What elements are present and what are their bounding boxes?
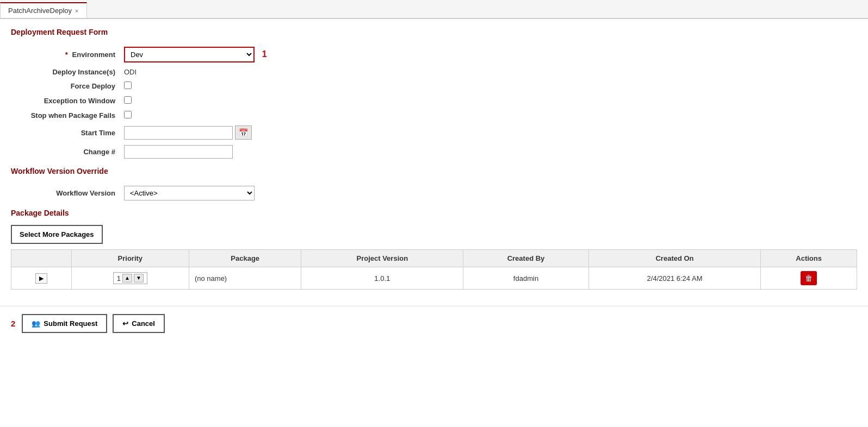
packages-table: Priority Package Project Version Created…	[11, 249, 857, 290]
packages-table-body: ▶ 1 ▲ ▼ (no name) 1.0.1	[11, 267, 857, 290]
cancel-label: Cancel	[132, 319, 155, 328]
start-time-label: Start Time	[11, 123, 120, 142]
annotation-2: 2	[11, 319, 15, 328]
col-actions: Actions	[761, 250, 857, 267]
environment-row: * Environment Dev QA Staging Prod 1	[11, 44, 857, 65]
change-num-label: Change #	[11, 142, 120, 161]
submit-icon: 👥	[32, 319, 40, 328]
start-time-row: Start Time 📅	[11, 123, 857, 142]
row-project-version-cell: 1.0.1	[301, 267, 463, 290]
force-deploy-label: Force Deploy	[11, 79, 120, 93]
col-expander	[11, 250, 72, 267]
tab-label: PatchArchiveDeploy	[8, 7, 72, 15]
annotation-1: 1	[262, 49, 267, 59]
environment-select[interactable]: Dev QA Staging Prod	[124, 47, 255, 62]
workflow-title: Workflow Version Override	[11, 167, 857, 175]
cancel-icon: ↩	[122, 319, 128, 328]
deploy-instances-row: Deploy Instance(s) ODI	[11, 65, 857, 79]
change-num-row: Change #	[11, 142, 857, 161]
package-details-title: Package Details	[11, 209, 857, 217]
exception-window-cell	[120, 93, 857, 108]
packages-header-row: Priority Package Project Version Created…	[11, 250, 857, 267]
start-time-wrap: 📅	[124, 125, 853, 140]
stop-on-fail-checkbox[interactable]	[124, 111, 132, 118]
workflow-version-cell: <Active> 1.0 2.0	[120, 183, 857, 203]
col-created-by: Created By	[463, 250, 589, 267]
tab-patch-archive-deploy[interactable]: PatchArchiveDeploy ×	[0, 2, 87, 18]
workflow-version-select[interactable]: <Active> 1.0 2.0	[124, 186, 255, 200]
cancel-button[interactable]: ↩ Cancel	[113, 314, 165, 333]
workflow-version-label: Workflow Version	[11, 183, 120, 203]
deploy-instances-label: Deploy Instance(s)	[11, 65, 120, 79]
workflow-form: Workflow Version <Active> 1.0 2.0	[11, 183, 857, 203]
package-details-section: Package Details Select More Packages Pri…	[11, 209, 857, 290]
deploy-instances-value: ODI	[120, 65, 857, 79]
priority-up-button[interactable]: ▲	[122, 274, 132, 282]
tab-close-icon[interactable]: ×	[75, 8, 78, 14]
delete-row-button[interactable]: 🗑	[801, 271, 817, 285]
row-priority-cell: 1 ▲ ▼	[71, 267, 189, 290]
col-package: Package	[189, 250, 301, 267]
priority-wrap: 1 ▲ ▼	[113, 272, 147, 284]
row-created-on-cell: 2/4/2021 6:24 AM	[588, 267, 760, 290]
package-name: (no name)	[195, 274, 227, 282]
exception-window-row: Exception to Window	[11, 93, 857, 108]
stop-on-fail-label: Stop when Package Fails	[11, 108, 120, 123]
exception-window-label: Exception to Window	[11, 93, 120, 108]
stop-on-fail-row: Stop when Package Fails	[11, 108, 857, 123]
created-by-value: fdadmin	[513, 274, 538, 282]
force-deploy-checkbox[interactable]	[124, 81, 132, 89]
col-project-version: Project Version	[301, 250, 463, 267]
calendar-button[interactable]: 📅	[235, 125, 252, 140]
change-num-input[interactable]	[124, 145, 233, 159]
form-title: Deployment Request Form	[11, 28, 857, 36]
select-more-packages-button[interactable]: Select More Packages	[11, 225, 103, 244]
row-actions-cell: 🗑	[761, 267, 857, 290]
table-row: ▶ 1 ▲ ▼ (no name) 1.0.1	[11, 267, 857, 290]
bottom-bar: 2 👥 Submit Request ↩ Cancel	[0, 306, 868, 341]
exception-window-checkbox[interactable]	[124, 96, 132, 104]
workflow-version-row: Workflow Version <Active> 1.0 2.0	[11, 183, 857, 203]
row-expander-cell: ▶	[11, 267, 72, 290]
start-time-cell: 📅	[120, 123, 857, 142]
row-expander-button[interactable]: ▶	[35, 273, 47, 284]
submit-request-button[interactable]: 👥 Submit Request	[22, 314, 107, 333]
col-priority: Priority	[71, 250, 189, 267]
change-num-cell	[120, 142, 857, 161]
force-deploy-row: Force Deploy	[11, 79, 857, 93]
created-on-value: 2/4/2021 6:24 AM	[647, 274, 703, 282]
row-package-cell: (no name)	[189, 267, 301, 290]
environment-label: * Environment	[11, 44, 120, 65]
required-star: *	[65, 51, 68, 59]
deployment-form: * Environment Dev QA Staging Prod 1 Depl…	[11, 44, 857, 161]
priority-down-button[interactable]: ▼	[134, 274, 144, 282]
row-created-by-cell: fdadmin	[463, 267, 589, 290]
col-created-on: Created On	[588, 250, 760, 267]
tab-bar: PatchArchiveDeploy ×	[0, 0, 868, 19]
priority-value: 1	[117, 274, 121, 282]
stop-on-fail-cell	[120, 108, 857, 123]
start-time-input[interactable]	[124, 126, 233, 140]
force-deploy-cell	[120, 79, 857, 93]
environment-field-cell: Dev QA Staging Prod 1	[120, 44, 857, 65]
packages-table-header: Priority Package Project Version Created…	[11, 250, 857, 267]
submit-label: Submit Request	[44, 319, 97, 328]
project-version-value: 1.0.1	[374, 274, 390, 282]
main-content: Deployment Request Form * Environment De…	[0, 19, 868, 298]
